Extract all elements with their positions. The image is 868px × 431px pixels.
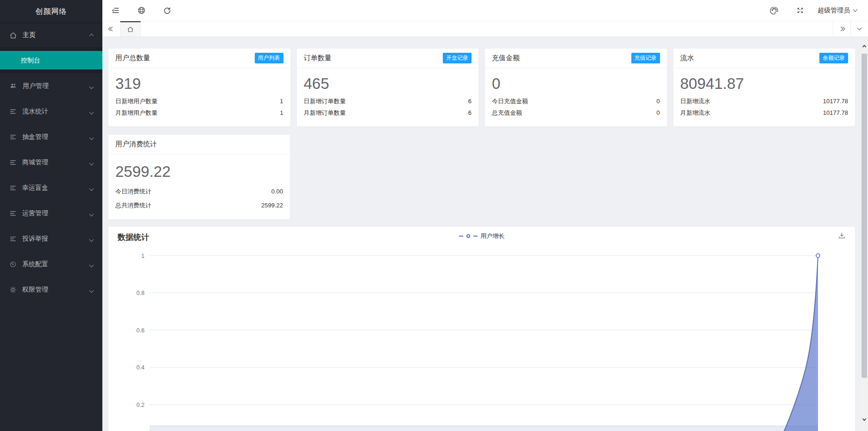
chevron-down-icon	[90, 286, 93, 294]
card-title: 流水	[680, 54, 694, 62]
card-rows: 今日充值金额0总充值金额0	[485, 95, 667, 119]
topbar: 超级管理员	[102, 0, 868, 21]
card-row: 总充值金额0	[492, 107, 660, 119]
chevron-down-icon	[90, 235, 93, 243]
sidebar-item-console[interactable]: 控制台	[0, 51, 102, 69]
row-label: 日新增流水	[680, 95, 711, 107]
legend-marker-icon	[466, 234, 470, 238]
sidebar-item-label: 抽盒管理	[22, 133, 48, 141]
card-row: 月新增订单数量6	[304, 107, 472, 119]
vertical-scrollbar[interactable]	[861, 40, 868, 431]
sidebar-item-label: 用户管理	[23, 82, 49, 90]
sidebar-item-4[interactable]: 幸运盲盒	[0, 175, 102, 200]
stat-card-2: 充值金额充值记录0今日充值金额0总充值金额0	[485, 49, 667, 126]
row-value: 2599.22	[261, 199, 283, 212]
card-title: 订单数量	[304, 54, 332, 62]
row-label: 日新增订单数量	[304, 95, 346, 107]
sidebar-item-label: 系统配置	[22, 260, 48, 269]
list-icon	[9, 159, 17, 166]
row-value: 10177.78	[823, 107, 848, 119]
row-label: 今日充值金额	[492, 95, 528, 107]
row-label: 月新增流水	[680, 107, 711, 119]
card-row: 总共消费统计2599.22	[115, 199, 283, 212]
chart-data-point[interactable]	[816, 254, 820, 257]
card-badge-link[interactable]: 余额记录	[819, 53, 848, 63]
download-chart-icon[interactable]	[838, 231, 846, 239]
consume-card: 用户消费统计2599.22今日消费统计0.00总共消费统计2599.22	[108, 135, 290, 219]
sidebar-item-7[interactable]: 系统配置	[0, 251, 102, 277]
card-badge-link[interactable]: 开盒记录	[443, 53, 472, 63]
list-icon	[9, 108, 17, 115]
row-value: 0	[656, 95, 660, 107]
legend-line-icon	[459, 236, 463, 237]
card-value: 80941.87	[673, 68, 855, 95]
sidebar: 创颜网络 主页 控制台 用户管理流水统计抽盒管理商城管理幸运盲盒运营管理投诉举报…	[0, 0, 102, 431]
sidebar-item-label: 投诉举报	[22, 235, 48, 243]
row-label: 日新增用户数量	[115, 95, 157, 107]
refresh-icon[interactable]	[154, 0, 180, 21]
card-badge-link[interactable]: 充值记录	[631, 53, 660, 63]
sidebar-item-8[interactable]: 权限管理	[0, 277, 102, 302]
list-icon	[9, 133, 17, 141]
sidebar-item-3[interactable]: 商城管理	[0, 150, 102, 175]
chevron-down-icon	[90, 108, 93, 115]
card-badge-link[interactable]: 用户列表	[255, 53, 283, 63]
tabs-scroll-right-icon[interactable]	[833, 21, 850, 37]
line-chart: 10.80.60.40.2	[108, 227, 855, 431]
home-icon	[9, 31, 17, 39]
card-value: 465	[297, 68, 479, 95]
tabs-scroll-left-icon[interactable]	[102, 21, 120, 37]
card-title: 充值金额	[492, 54, 520, 62]
card-row: 今日充值金额0	[492, 95, 660, 107]
tabbar	[102, 21, 868, 37]
sidebar-item-5[interactable]: 运营管理	[0, 200, 102, 226]
list-icon	[9, 184, 17, 192]
user-menu[interactable]: 超级管理员	[813, 6, 862, 15]
card-value: 2599.22	[108, 154, 290, 185]
tabbar-right	[833, 21, 868, 37]
sidebar-item-home[interactable]: 主页	[0, 23, 102, 47]
card-header: 订单数量开盒记录	[297, 49, 479, 68]
card-row: 日新增流水10177.78	[680, 95, 849, 107]
admin-dashboard: 创颜网络 主页 控制台 用户管理流水统计抽盒管理商城管理幸运盲盒运营管理投诉举报…	[0, 0, 868, 431]
sidebar-item-6[interactable]: 投诉举报	[0, 226, 102, 251]
list-icon	[9, 210, 17, 217]
tabs-menu-icon[interactable]	[850, 21, 868, 37]
topbar-right: 超级管理员	[761, 0, 868, 21]
chevron-down-icon	[853, 7, 858, 12]
card-row: 今日消费统计0.00	[115, 185, 283, 199]
sidebar-item-1[interactable]: 流水统计	[0, 99, 102, 124]
card-row: 日新增订单数量6	[304, 95, 472, 107]
globe-icon[interactable]	[128, 0, 154, 21]
sidebar-item-2[interactable]: 抽盒管理	[0, 124, 102, 150]
row-value: 10177.78	[823, 95, 848, 107]
main-area: 超级管理员 用户总数量用户列表31	[102, 0, 868, 431]
scroll-down-icon[interactable]	[861, 416, 868, 424]
row-value: 1	[280, 107, 283, 119]
collapse-sidebar-icon[interactable]	[102, 0, 128, 21]
card-header: 用户总数量用户列表	[108, 49, 290, 68]
sidebar-item-0[interactable]: 用户管理	[0, 73, 102, 99]
row-value: 6	[468, 107, 472, 119]
scrollbar-thumb[interactable]	[862, 54, 867, 378]
sidebar-item-label: 主页	[23, 31, 36, 39]
sidebar-menu: 用户管理流水统计抽盒管理商城管理幸运盲盒运营管理投诉举报系统配置权限管理	[0, 73, 102, 302]
card-header: 用户消费统计	[108, 135, 290, 154]
card-title: 用户消费统计	[115, 140, 157, 149]
palette-icon[interactable]	[761, 0, 787, 21]
chevron-down-icon	[90, 184, 93, 192]
card-value: 319	[108, 68, 290, 95]
row-label: 月新增订单数量	[304, 107, 346, 119]
chart-legend[interactable]: 用户增长	[108, 232, 855, 240]
home-submenu: 控制台	[0, 47, 102, 73]
legend-label: 用户增长	[481, 232, 505, 240]
card-header: 流水余额记录	[673, 49, 855, 68]
chevron-down-icon	[90, 82, 93, 90]
fullscreen-icon[interactable]	[787, 0, 813, 21]
users-icon	[9, 82, 17, 90]
scroll-up-icon[interactable]	[861, 42, 868, 50]
row-label: 总共消费统计	[115, 199, 151, 212]
card-rows: 日新增订单数量6月新增订单数量6	[297, 95, 479, 119]
chart-datazoom-strip[interactable]	[150, 426, 818, 431]
tab-home[interactable]	[120, 21, 141, 37]
